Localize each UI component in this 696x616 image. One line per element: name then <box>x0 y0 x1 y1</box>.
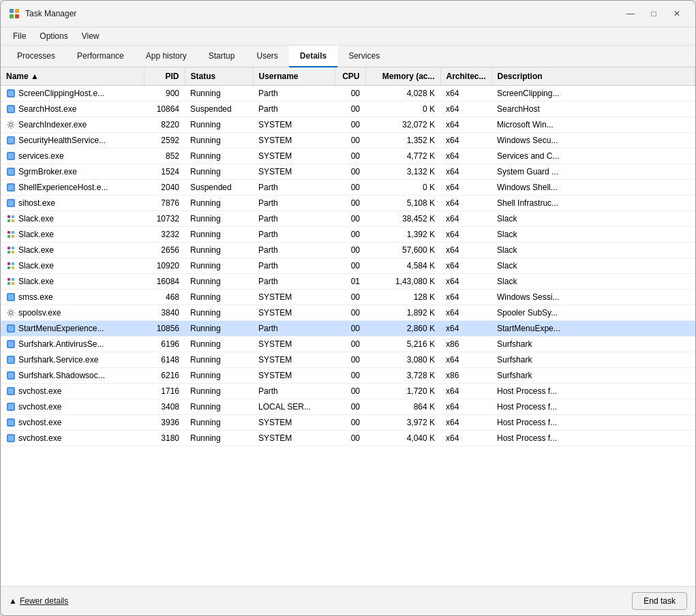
tab-performance[interactable]: Performance <box>66 46 135 67</box>
tab-users[interactable]: Users <box>245 46 288 67</box>
table-header-row: Name ▲ PID Status Username CPU Memory (a… <box>1 67 695 86</box>
cell-cpu: 00 <box>335 164 365 180</box>
cell-name: Slack.exe <box>1 258 144 274</box>
svg-rect-26 <box>12 235 14 238</box>
tab-app-history[interactable]: App history <box>135 46 198 67</box>
cell-cpu: 00 <box>335 352 365 368</box>
close-button[interactable]: ✕ <box>667 6 687 21</box>
process-icon <box>6 230 16 239</box>
table-row[interactable]: svchost.exe 3408 Running LOCAL SER... 00… <box>1 399 695 415</box>
tab-services[interactable]: Services <box>337 46 391 67</box>
svg-rect-21 <box>7 219 10 222</box>
tab-bar: Processes Performance App history Startu… <box>1 46 695 67</box>
col-header-name[interactable]: Name ▲ <box>1 67 144 86</box>
tab-startup[interactable]: Startup <box>198 46 246 67</box>
cell-status: Running <box>185 86 253 102</box>
process-table-container[interactable]: Name ▲ PID Status Username CPU Memory (a… <box>1 67 695 586</box>
table-row[interactable]: sihost.exe 7876 Running Parth 00 5,108 K… <box>1 196 695 211</box>
cell-memory: 3,080 K <box>365 352 440 368</box>
table-row[interactable]: ShellExperienceHost.e... 2040 Suspended … <box>1 180 695 196</box>
cell-cpu: 00 <box>335 86 365 102</box>
cell-arch: x64 <box>440 149 491 164</box>
table-row[interactable]: svchost.exe 1716 Running Parth 00 1,720 … <box>1 384 695 399</box>
table-row[interactable]: Slack.exe 10920 Running Parth 00 4,584 K… <box>1 258 695 274</box>
table-row[interactable]: Surfshark.AntivirusSe... 6196 Running SY… <box>1 337 695 352</box>
cell-name: sihost.exe <box>1 196 144 211</box>
cell-desc: Windows Shell... <box>491 180 695 196</box>
col-header-memory[interactable]: Memory (ac... <box>365 67 440 86</box>
svg-rect-31 <box>7 262 10 265</box>
cell-username: SYSTEM <box>253 133 335 149</box>
title-bar: Task Manager — □ ✕ <box>1 1 695 27</box>
table-row[interactable]: SecurityHealthService... 2592 Running SY… <box>1 133 695 149</box>
cell-arch: x64 <box>440 86 491 102</box>
cell-status: Running <box>185 384 253 399</box>
svg-rect-3 <box>15 14 19 18</box>
cell-username: SYSTEM <box>253 368 335 384</box>
table-row[interactable]: SearchHost.exe 10864 Suspended Parth 00 … <box>1 102 695 117</box>
table-row[interactable]: SearchIndexer.exe 8220 Running SYSTEM 00… <box>1 117 695 133</box>
col-header-arch[interactable]: Architec... <box>440 67 491 86</box>
cell-arch: x64 <box>440 117 491 133</box>
menu-view[interactable]: View <box>75 29 106 44</box>
table-row[interactable]: services.exe 852 Running SYSTEM 00 4,772… <box>1 149 695 164</box>
menu-options[interactable]: Options <box>33 29 74 44</box>
minimize-button[interactable]: — <box>620 6 641 21</box>
svg-rect-22 <box>12 219 14 222</box>
col-header-username[interactable]: Username <box>253 67 335 86</box>
table-row[interactable]: StartMenuExperience... 10856 Running Par… <box>1 321 695 337</box>
svg-rect-37 <box>7 282 10 285</box>
svg-rect-1 <box>15 9 19 13</box>
table-row[interactable]: svchost.exe 3180 Running SYSTEM 00 4,040… <box>1 431 695 446</box>
cell-memory: 3,972 K <box>365 415 440 431</box>
process-icon <box>6 120 16 129</box>
col-header-pid[interactable]: PID <box>144 67 185 86</box>
table-row[interactable]: Surfshark.Service.exe 6148 Running SYSTE… <box>1 352 695 368</box>
cell-status: Suspended <box>185 102 253 117</box>
cell-memory: 1,352 K <box>365 133 440 149</box>
cell-username: SYSTEM <box>253 305 335 321</box>
table-row[interactable]: Slack.exe 10732 Running Parth 00 38,452 … <box>1 211 695 227</box>
cell-pid: 16084 <box>144 274 185 290</box>
cell-desc: Host Process f... <box>491 384 695 399</box>
maximize-button[interactable]: □ <box>644 6 664 21</box>
svg-rect-36 <box>12 278 14 281</box>
cell-memory: 3,728 K <box>365 368 440 384</box>
fewer-details-button[interactable]: ▲ Fewer details <box>9 596 68 606</box>
table-row[interactable]: SgrmBroker.exe 1524 Running SYSTEM 00 3,… <box>1 164 695 180</box>
cell-username: SYSTEM <box>253 117 335 133</box>
cell-arch: x64 <box>440 274 491 290</box>
process-icon <box>6 214 16 224</box>
table-row[interactable]: spoolsv.exe 3840 Running SYSTEM 00 1,892… <box>1 305 695 321</box>
svg-rect-10 <box>8 138 14 143</box>
menu-file[interactable]: File <box>6 29 33 44</box>
table-row[interactable]: Slack.exe 16084 Running Parth 01 1,43,08… <box>1 274 695 290</box>
tab-processes[interactable]: Processes <box>6 46 66 67</box>
cell-desc: Surfshark <box>491 368 695 384</box>
cell-name: Surfshark.Service.exe <box>1 352 144 368</box>
cell-memory: 1,892 K <box>365 305 440 321</box>
cell-memory: 38,452 K <box>365 211 440 227</box>
cell-username: Parth <box>253 102 335 117</box>
col-header-desc[interactable]: Description <box>491 67 695 86</box>
table-row[interactable]: smss.exe 468 Running SYSTEM 00 128 K x64… <box>1 290 695 305</box>
cell-username: SYSTEM <box>253 149 335 164</box>
table-row[interactable]: Slack.exe 3232 Running Parth 00 1,392 K … <box>1 227 695 243</box>
end-task-button[interactable]: End task <box>632 592 687 610</box>
svg-rect-47 <box>8 357 14 363</box>
svg-rect-51 <box>8 388 14 394</box>
cell-arch: x64 <box>440 180 491 196</box>
cell-cpu: 00 <box>335 196 365 211</box>
table-row[interactable]: Surfshark.Shadowsoc... 6216 Running SYST… <box>1 368 695 384</box>
svg-rect-23 <box>7 231 10 234</box>
svg-rect-25 <box>7 235 10 238</box>
cell-desc: StartMenuExpe... <box>491 321 695 337</box>
svg-rect-0 <box>10 9 14 13</box>
cell-pid: 2040 <box>144 180 185 196</box>
table-row[interactable]: ScreenClippingHost.e... 900 Running Part… <box>1 86 695 102</box>
col-header-status[interactable]: Status <box>185 67 253 86</box>
col-header-cpu[interactable]: CPU <box>335 67 365 86</box>
tab-details[interactable]: Details <box>289 46 337 67</box>
table-row[interactable]: Slack.exe 2656 Running Parth 00 57,600 K… <box>1 243 695 258</box>
table-row[interactable]: svchost.exe 3936 Running SYSTEM 00 3,972… <box>1 415 695 431</box>
